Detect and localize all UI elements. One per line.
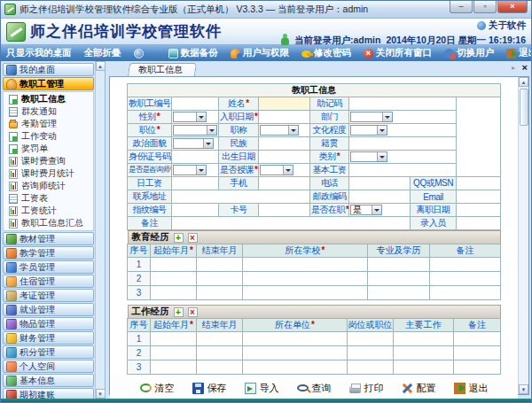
work-cell[interactable] xyxy=(454,346,501,360)
work-cell[interactable] xyxy=(348,332,394,346)
delete-row-icon[interactable]: × xyxy=(188,233,198,243)
edu-cell[interactable] xyxy=(430,258,501,272)
sidebar-group-students[interactable]: 学员管理 xyxy=(3,260,94,274)
sidebar-item-job-change[interactable]: 工作变动 xyxy=(9,130,93,143)
is-consultant-select[interactable] xyxy=(173,165,207,175)
scroll-down-icon[interactable]: ▼ xyxy=(519,384,528,394)
work-cell[interactable] xyxy=(243,360,348,375)
sidebar-group-personal-space[interactable]: 个人空间 xyxy=(3,360,94,373)
scroll-up-icon[interactable]: ▲ xyxy=(96,61,106,71)
edu-cell[interactable] xyxy=(197,286,243,300)
dropdown-arrow-icon[interactable] xyxy=(382,112,392,121)
edu-cell[interactable] xyxy=(197,258,243,272)
mobile-input[interactable] xyxy=(259,177,310,190)
work-cell[interactable] xyxy=(197,346,243,360)
native-place-input[interactable] xyxy=(349,137,457,151)
scroll-up-icon[interactable]: ▲ xyxy=(519,77,528,87)
phone-input[interactable] xyxy=(349,177,411,190)
exit-button[interactable]: 退出 xyxy=(454,382,489,395)
political-select[interactable] xyxy=(173,138,214,149)
name-input[interactable] xyxy=(259,97,310,111)
photo-area[interactable] xyxy=(457,97,501,177)
edu-cell[interactable] xyxy=(430,272,501,286)
minimize-button[interactable]: – xyxy=(450,1,473,13)
dropdown-arrow-icon[interactable] xyxy=(207,126,216,135)
scrollbar-thumb[interactable] xyxy=(520,89,528,126)
work-cell[interactable] xyxy=(348,346,394,360)
work-cell[interactable] xyxy=(348,360,394,375)
sidebar-item-my-desktop[interactable]: 我的桌面 xyxy=(3,63,94,76)
mnemonic-input[interactable] xyxy=(349,97,457,111)
sidebar-group-points[interactable]: 积分管理 xyxy=(3,345,94,359)
import-button[interactable]: 导入 xyxy=(245,382,279,395)
add-row-icon[interactable]: + xyxy=(174,307,184,317)
maximize-button[interactable]: ▫ xyxy=(473,1,497,13)
close-button[interactable]: × xyxy=(497,1,528,13)
sidebar-item-hour-fee-monthly[interactable]: 课时费月统计 xyxy=(9,167,93,180)
dropdown-arrow-icon[interactable] xyxy=(377,152,387,161)
id-card-input[interactable] xyxy=(172,151,219,164)
dropdown-arrow-icon[interactable] xyxy=(372,205,381,214)
sidebar-item-staff-summary[interactable]: 教职工信息汇总 xyxy=(9,217,93,229)
ethnicity-input[interactable] xyxy=(259,137,310,151)
leave-date-input[interactable] xyxy=(457,204,501,217)
category-select[interactable] xyxy=(350,151,387,162)
sidebar-group-teaching[interactable]: 教学管理 xyxy=(3,246,94,260)
sidebar-group-finance[interactable]: 财务管理 xyxy=(3,331,94,345)
edu-cell[interactable] xyxy=(368,272,430,286)
sidebar-group-basic-info[interactable]: 基本信息 xyxy=(3,374,94,387)
about-software-link[interactable]: 关于软件 xyxy=(281,19,526,32)
change-password-button[interactable]: 修改密码 xyxy=(301,47,351,59)
edu-cell[interactable] xyxy=(151,272,197,286)
sidebar-item-reward-penalty[interactable]: 奖罚单 xyxy=(9,143,93,155)
sidebar-group-textbook[interactable]: 教材管理 xyxy=(3,232,94,245)
edu-cell[interactable] xyxy=(368,258,430,272)
work-cell[interactable] xyxy=(197,332,243,346)
sidebar-item-hour-fee-query[interactable]: 课时费查询 xyxy=(9,155,93,167)
dropdown-arrow-icon[interactable] xyxy=(196,112,206,121)
hire-date-input[interactable] xyxy=(259,111,310,124)
sidebar-item-salary-sheet[interactable]: 工资表 xyxy=(9,192,93,205)
work-cell[interactable] xyxy=(243,332,348,346)
education-level-select[interactable] xyxy=(350,125,387,136)
show-my-desktop-button[interactable]: 只显示我的桌面 xyxy=(6,47,72,59)
work-cell[interactable] xyxy=(454,360,501,375)
card-no-input[interactable] xyxy=(259,204,310,217)
sidebar-group-goods[interactable]: 物品管理 xyxy=(3,317,94,330)
refresh-icon[interactable] xyxy=(134,49,144,58)
users-permissions-button[interactable]: 用户与权限 xyxy=(231,47,290,59)
sidebar-group-certification[interactable]: 考证管理 xyxy=(3,289,94,302)
work-cell[interactable] xyxy=(197,360,243,375)
sidebar-item-attendance[interactable]: 考勤管理 xyxy=(9,118,93,130)
base-salary-input[interactable] xyxy=(349,164,457,177)
dropdown-arrow-icon[interactable] xyxy=(196,166,206,174)
work-cell[interactable] xyxy=(243,346,348,360)
work-cell[interactable] xyxy=(151,332,197,346)
edu-cell[interactable] xyxy=(243,286,368,300)
edu-cell[interactable] xyxy=(243,272,368,286)
sidebar-item-staff-info[interactable]: 教职工信息 xyxy=(9,93,93,105)
config-button[interactable]: 配置 xyxy=(402,382,436,395)
job-title-select[interactable] xyxy=(260,125,299,136)
sidebar-group-lodging[interactable]: 住宿管理 xyxy=(3,275,94,288)
logout-button[interactable]: 退出 xyxy=(506,47,532,59)
work-cell[interactable] xyxy=(151,360,197,375)
tab-close-icon[interactable]: × xyxy=(522,62,528,73)
edu-cell[interactable] xyxy=(197,272,243,286)
work-cell[interactable] xyxy=(394,332,454,346)
dropdown-arrow-icon[interactable] xyxy=(203,139,213,148)
birth-date-input[interactable] xyxy=(259,151,310,164)
work-cell[interactable] xyxy=(394,346,454,360)
dropdown-arrow-icon[interactable] xyxy=(283,166,293,174)
sidebar-item-salary-stats[interactable]: 工资统计 xyxy=(9,205,93,217)
switch-user-button[interactable]: 切换用户 xyxy=(444,47,494,59)
sidebar-item-group-notice[interactable]: 群发通知 xyxy=(9,105,93,118)
close-all-windows-button[interactable]: ×关闭所有窗口 xyxy=(364,47,432,59)
edu-cell[interactable] xyxy=(430,286,501,300)
dropdown-arrow-icon[interactable] xyxy=(377,126,387,135)
postcode-input[interactable] xyxy=(349,190,411,204)
entry-clerk-input[interactable] xyxy=(457,217,501,230)
clear-button[interactable]: 清空 xyxy=(140,382,175,395)
edu-cell[interactable] xyxy=(368,286,430,300)
qq-msn-input[interactable] xyxy=(457,177,501,190)
